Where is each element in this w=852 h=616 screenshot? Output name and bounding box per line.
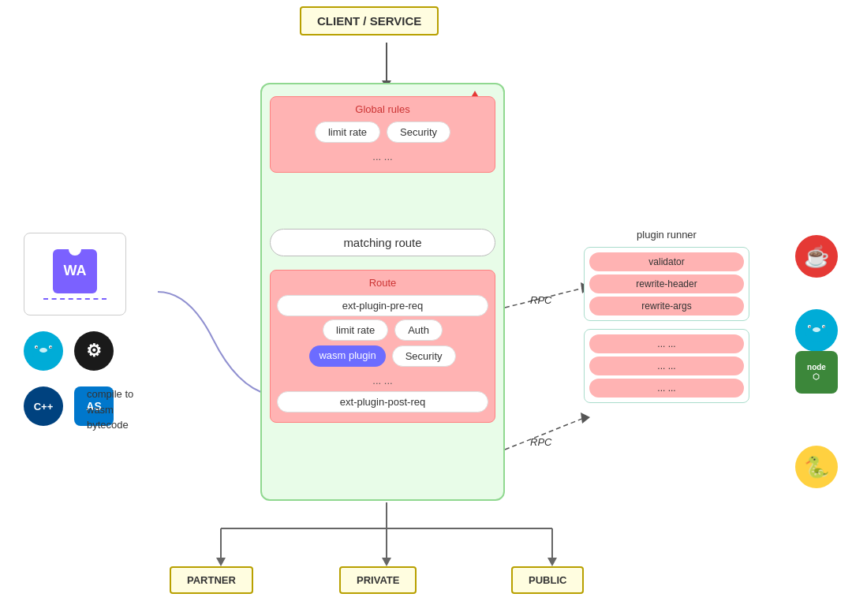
validator-pill: validator	[589, 252, 744, 271]
svg-line-36	[828, 327, 831, 329]
private-box: PRIVATE	[339, 566, 417, 594]
svg-point-32	[809, 327, 811, 328]
java-icon: ☕	[795, 235, 838, 278]
svg-point-24	[39, 348, 47, 353]
svg-point-33	[824, 327, 825, 328]
diagram-container: RPC RPC CLIENT / SERVICE APISIX Global r…	[0, 0, 852, 616]
plugin-runner-label: plugin runner	[584, 229, 749, 241]
wa-box: WA	[24, 233, 126, 315]
plugin-runner-container: plugin runner validator rewrite-header r…	[584, 229, 749, 403]
svg-line-26	[54, 348, 58, 349]
lower-dots-3: ... ...	[589, 379, 744, 398]
wa-dashed-line	[43, 298, 106, 300]
route-pills-row2: limit rate Auth	[277, 319, 488, 341]
svg-text:RPC: RPC	[530, 436, 552, 448]
rewrite-header-pill: rewrite-header	[589, 274, 744, 293]
svg-marker-5	[216, 558, 226, 566]
lower-dots-2: ... ...	[589, 357, 744, 375]
svg-line-13	[505, 418, 584, 450]
svg-point-22	[36, 347, 38, 349]
limit-rate-pill-route: limit rate	[323, 319, 388, 341]
go-gopher-icon	[24, 331, 63, 371]
route-label: Route	[277, 277, 488, 289]
ext-plugin-post-req-pill: ext-plugin-post-req	[277, 391, 488, 413]
wa-notch	[69, 249, 81, 256]
security-pill-route: Security	[392, 345, 456, 367]
svg-point-23	[50, 347, 52, 349]
apisix-container: APISIX Global rules limit rate Security …	[260, 83, 505, 501]
cpp-icon: C++	[24, 386, 63, 426]
route-dots: ... ...	[277, 371, 488, 390]
svg-marker-14	[581, 413, 590, 424]
ext-plugin-pre-req-pill: ext-plugin-pre-req	[277, 295, 488, 316]
lang-row-1: ⚙	[24, 331, 114, 371]
svg-text:RPC: RPC	[530, 294, 552, 306]
wa-logo: WA	[53, 249, 97, 293]
wasm-plugin-pill: wasm plugin	[309, 345, 385, 367]
client-service-box: CLIENT / SERVICE	[300, 6, 439, 35]
lower-dots-1: ... ...	[589, 334, 744, 353]
security-pill-global: Security	[387, 121, 450, 143]
svg-line-35	[802, 327, 805, 329]
svg-marker-7	[382, 558, 391, 566]
rewrite-args-pill: rewrite-args	[589, 297, 744, 315]
route-pills-row3: wasm plugin Security	[277, 345, 488, 367]
public-box: PUBLIC	[511, 566, 584, 594]
global-rules-pills-row: limit rate Security	[277, 121, 488, 143]
limit-rate-pill-global: limit rate	[315, 121, 380, 143]
auth-pill-route: Auth	[394, 319, 443, 341]
svg-line-25	[29, 348, 32, 349]
global-rules-box: Global rules limit rate Security ... ...	[270, 96, 495, 173]
svg-point-34	[813, 327, 820, 332]
svg-marker-9	[547, 558, 557, 566]
rust-icon: ⚙	[74, 331, 114, 371]
global-rules-dots: ... ...	[277, 147, 488, 166]
svg-line-10	[505, 288, 584, 308]
wa-text: WA	[64, 263, 87, 279]
route-box: Route ext-plugin-pre-req limit rate Auth…	[270, 270, 495, 423]
plugin-runner-upper: validator rewrite-header rewrite-args	[584, 247, 749, 321]
partner-box: PARTNER	[170, 566, 253, 594]
python-icon: 🐍	[795, 446, 838, 488]
global-rules-label: Global rules	[277, 103, 488, 115]
matching-route-pill: matching route	[270, 229, 495, 256]
plugin-runner-lower: ... ... ... ... ... ...	[584, 329, 749, 403]
compile-label: compile towasmbytecode	[87, 386, 133, 433]
go-icon-right	[795, 309, 838, 352]
nodejs-icon: node⬡	[795, 351, 838, 394]
